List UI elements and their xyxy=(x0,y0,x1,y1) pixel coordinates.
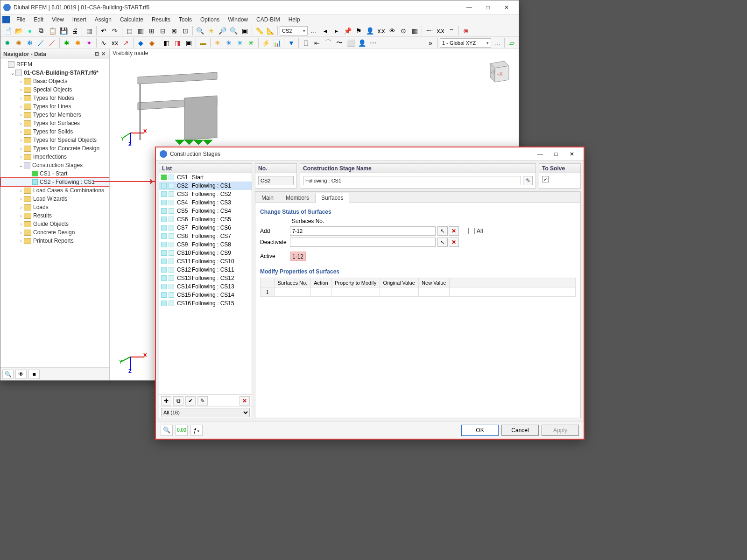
list-item[interactable]: CS9Following : CS8 xyxy=(159,240,252,249)
stage-list[interactable]: CS1StartCS2Following : CS1CS3Following :… xyxy=(159,173,252,394)
deactivate-surfaces-input[interactable] xyxy=(290,238,436,247)
menu-insert[interactable]: Insert xyxy=(69,15,90,24)
list-item[interactable]: CS5Following : CS4 xyxy=(159,207,252,215)
print-icon[interactable]: 🖨 xyxy=(70,26,80,36)
tree-row[interactable]: RFEM xyxy=(0,60,109,69)
menu-window[interactable]: Window xyxy=(224,15,252,24)
tree-row[interactable]: ›Loads xyxy=(0,203,109,211)
nav-tool-search-icon[interactable]: 🔍 xyxy=(2,370,14,379)
paste-icon[interactable]: 📋 xyxy=(47,26,57,36)
tool-a-icon[interactable]: ⊞ xyxy=(147,26,157,36)
add-surfaces-input[interactable] xyxy=(290,226,436,236)
list-item[interactable]: CS6Following : CS5 xyxy=(159,215,252,224)
add-clear-icon[interactable]: ✕ xyxy=(449,226,459,236)
menu-calculate[interactable]: Calculate xyxy=(116,15,147,24)
nav-tool-eye-icon[interactable]: 👁 xyxy=(15,370,27,379)
cancel-icon[interactable]: ⊗ xyxy=(461,26,471,36)
tree-row[interactable]: ›Types for Concrete Design xyxy=(0,144,109,153)
menu-help[interactable]: Help xyxy=(285,15,304,24)
sun-icon[interactable]: ☀ xyxy=(206,26,216,36)
tab-surfaces[interactable]: Surfaces xyxy=(315,193,349,203)
select-icon[interactable]: ▣ xyxy=(240,26,250,36)
flag-icon[interactable]: ⚑ xyxy=(353,26,364,36)
menu-assign[interactable]: Assign xyxy=(91,15,115,24)
dash-icon[interactable]: ⋯ xyxy=(368,38,378,48)
dialog-close-button[interactable]: ✕ xyxy=(564,148,580,160)
combo-coord[interactable]: 1 - Global XYZ xyxy=(440,38,491,48)
menu-file[interactable]: File xyxy=(13,15,29,24)
help-icon[interactable]: 🔍 xyxy=(161,425,173,436)
tree-row[interactable]: ›Types for Members xyxy=(0,111,109,119)
eye2-icon[interactable]: ⊙ xyxy=(398,26,409,36)
curve4-icon[interactable]: 〜 xyxy=(334,38,345,48)
list-item[interactable]: CS12Following : CS11 xyxy=(159,266,252,274)
minimize-button[interactable]: — xyxy=(460,1,479,14)
tool-c-icon[interactable]: ⊠ xyxy=(169,26,179,36)
shape1-icon[interactable]: ◆ xyxy=(135,38,146,48)
eye-icon[interactable]: 👁 xyxy=(387,26,397,36)
xx-icon[interactable]: xx xyxy=(110,38,120,48)
list-item[interactable]: CS14Following : CS13 xyxy=(159,282,252,291)
menu-results[interactable]: Results xyxy=(148,15,174,24)
tree-row[interactable]: ›Load Wizards xyxy=(0,195,109,203)
edit-name-icon[interactable]: ✎ xyxy=(523,176,533,185)
list-new-icon[interactable]: ✚ xyxy=(161,396,171,406)
field-name-input[interactable] xyxy=(303,176,521,185)
box-icon[interactable]: ▬ xyxy=(198,38,208,48)
node-icon[interactable]: ✱ xyxy=(62,38,72,48)
tree-row[interactable]: ⌄Construction Stages xyxy=(0,161,109,169)
deact-pick-icon[interactable]: ↖ xyxy=(437,238,448,247)
ellipsis2-icon[interactable]: … xyxy=(492,38,502,48)
next-icon[interactable]: ▸ xyxy=(331,26,341,36)
burst3-icon[interactable]: ✳ xyxy=(235,38,245,48)
ellipsis-icon[interactable]: … xyxy=(309,26,319,36)
list-copy-icon[interactable]: ⧉ xyxy=(173,396,183,406)
sq2-icon[interactable]: ◨ xyxy=(172,38,183,48)
zoom-icon[interactable]: 🔎 xyxy=(217,26,227,36)
menu-view[interactable]: View xyxy=(48,15,68,24)
tree-row[interactable]: ›Imperfections xyxy=(0,153,109,161)
tree-row[interactable]: ›Types for Surfaces xyxy=(0,119,109,127)
measure-icon[interactable]: 📏 xyxy=(254,26,264,36)
curve3-icon[interactable]: ⌒ xyxy=(323,38,333,48)
list-item[interactable]: CS16Following : CS15 xyxy=(159,299,252,308)
combo-stage[interactable]: CS2 xyxy=(280,26,308,35)
menu-tools[interactable]: Tools xyxy=(175,15,196,24)
burst2-icon[interactable]: ✳ xyxy=(224,38,234,48)
list-item[interactable]: CS7Following : CS6 xyxy=(159,224,252,232)
ok-button[interactable]: OK xyxy=(461,425,499,436)
user2-icon[interactable]: 👤 xyxy=(357,38,367,48)
zoom2-icon[interactable]: 🔍 xyxy=(228,26,239,36)
new-icon[interactable]: 📄 xyxy=(2,26,13,36)
deact-clear-icon[interactable]: ✕ xyxy=(449,238,459,247)
list-delete-icon[interactable]: ✕ xyxy=(240,396,250,406)
list-check-icon[interactable]: ✔ xyxy=(185,396,196,406)
cancel-button[interactable]: Cancel xyxy=(501,425,539,436)
door-icon[interactable]: ⎕ xyxy=(301,38,311,48)
ruler-icon[interactable]: 📐 xyxy=(265,26,275,36)
shape2-icon[interactable]: ◆ xyxy=(147,38,157,48)
node2-icon[interactable]: ✱ xyxy=(73,38,83,48)
all-checkbox[interactable] xyxy=(468,228,475,234)
tree-row[interactable]: CS1 - Start xyxy=(0,169,109,178)
close-panel-icon[interactable]: ✕ xyxy=(100,51,106,57)
list-item[interactable]: CS8Following : CS7 xyxy=(159,232,252,240)
navigator-tree[interactable]: RFEM⌄01-CSA-Building-START.rf6*›Basic Ob… xyxy=(0,59,109,367)
pin-icon[interactable]: 📌 xyxy=(342,26,352,36)
cloud-icon[interactable]: ● xyxy=(25,26,35,36)
tree-row[interactable]: CS2 - Following : CS1 xyxy=(0,178,109,186)
tree-row[interactable]: ›Load Cases & Combinations xyxy=(0,186,109,195)
list-item[interactable]: CS10Following : CS9 xyxy=(159,249,252,257)
tab-members[interactable]: Members xyxy=(280,192,315,203)
tool-b-icon[interactable]: ⊟ xyxy=(158,26,168,36)
pin-panel-icon[interactable]: ⊡ xyxy=(93,51,100,57)
list-item[interactable]: CS15Following : CS14 xyxy=(159,291,252,299)
list-item[interactable]: CS3Following : CS2 xyxy=(159,190,252,198)
table2-icon[interactable]: ▥ xyxy=(135,26,146,36)
tree-row[interactable]: ⌄01-CSA-Building-START.rf6* xyxy=(0,69,109,77)
arrow-icon[interactable]: ↗ xyxy=(121,38,131,48)
tree-row[interactable]: ›Guide Objects xyxy=(0,220,109,228)
list-gear-icon[interactable]: ✎ xyxy=(197,396,208,406)
table-row[interactable]: 1 xyxy=(261,287,576,297)
nav-tool-camera-icon[interactable]: ■ xyxy=(28,370,40,379)
